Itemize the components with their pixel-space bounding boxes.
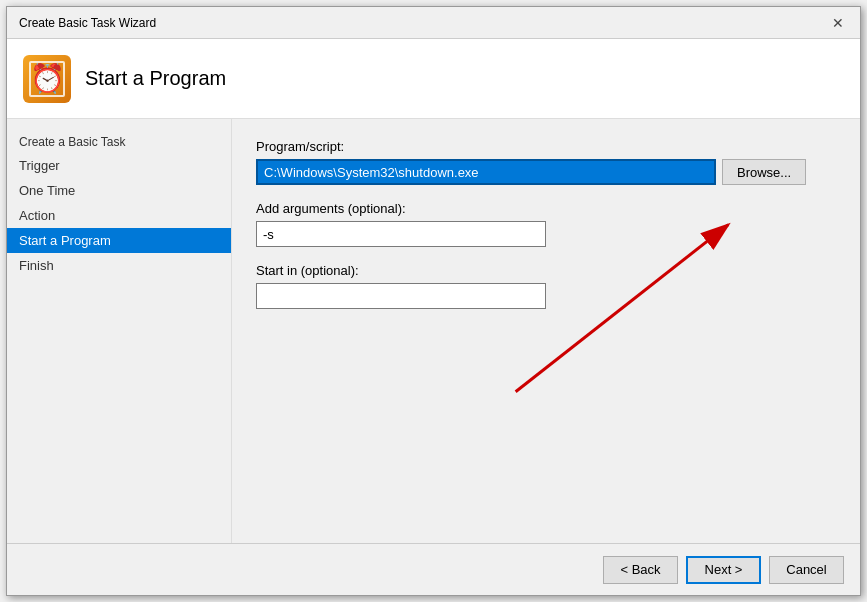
close-button[interactable]: ✕ <box>828 13 848 33</box>
dialog: Create Basic Task Wizard ✕ Start a Progr… <box>6 6 861 596</box>
header-icon <box>23 55 71 103</box>
sidebar-section-label: Create a Basic Task <box>7 131 231 153</box>
startin-input[interactable] <box>256 283 546 309</box>
content-area: Create a Basic Task Trigger One Time Act… <box>7 119 860 543</box>
args-label: Add arguments (optional): <box>256 201 836 216</box>
back-button[interactable]: < Back <box>603 556 678 584</box>
startin-row <box>256 283 836 309</box>
sidebar-item-start-a-program[interactable]: Start a Program <box>7 228 231 253</box>
program-group: Program/script: Browse... <box>256 139 836 185</box>
sidebar-item-one-time: One Time <box>7 178 231 203</box>
dialog-header: Start a Program <box>7 39 860 119</box>
dialog-title: Create Basic Task Wizard <box>19 16 156 30</box>
sidebar: Create a Basic Task Trigger One Time Act… <box>7 119 232 543</box>
title-bar: Create Basic Task Wizard ✕ <box>7 7 860 39</box>
next-button[interactable]: Next > <box>686 556 761 584</box>
header-title: Start a Program <box>85 67 226 90</box>
program-label: Program/script: <box>256 139 836 154</box>
startin-group: Start in (optional): <box>256 263 836 309</box>
sidebar-item-trigger: Trigger <box>7 153 231 178</box>
browse-button[interactable]: Browse... <box>722 159 806 185</box>
sidebar-item-action: Action <box>7 203 231 228</box>
startin-label: Start in (optional): <box>256 263 836 278</box>
main-content: Program/script: Browse... Add arguments … <box>232 119 860 543</box>
sidebar-item-finish: Finish <box>7 253 231 278</box>
cancel-button[interactable]: Cancel <box>769 556 844 584</box>
program-row: Browse... <box>256 159 836 185</box>
footer: < Back Next > Cancel <box>7 543 860 595</box>
args-group: Add arguments (optional): <box>256 201 836 247</box>
args-row <box>256 221 836 247</box>
program-input[interactable] <box>256 159 716 185</box>
args-input[interactable] <box>256 221 546 247</box>
